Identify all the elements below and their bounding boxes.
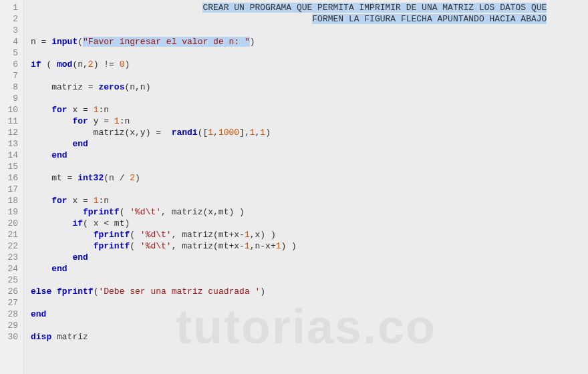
code-line[interactable]: n = input("Favor ingresar el valor de n:…	[31, 36, 588, 47]
code-line[interactable]	[31, 320, 588, 331]
line-number: 17	[3, 184, 18, 195]
line-number: 1	[3, 2, 18, 13]
line-number: 9	[3, 93, 18, 104]
code-line[interactable]	[31, 274, 588, 286]
code-line[interactable]	[31, 25, 588, 36]
line-number: 28	[3, 309, 18, 320]
line-number: 24	[3, 263, 18, 274]
line-number: 7	[3, 70, 18, 81]
code-line[interactable]: for x = 1:n	[31, 195, 588, 206]
code-line[interactable]	[31, 297, 588, 309]
line-number: 13	[3, 138, 18, 150]
code-line[interactable]	[31, 70, 588, 81]
code-area[interactable]: CREAR UN PROGRAMA QUE PERMITA IMPRIMIR D…	[24, 0, 588, 374]
line-number: 20	[3, 218, 18, 229]
code-line[interactable]	[31, 161, 588, 172]
code-line[interactable]: for x = 1:n	[31, 104, 588, 116]
code-line[interactable]	[31, 47, 588, 59]
code-line[interactable]: if ( mod(n,2) != 0)	[31, 59, 588, 70]
code-line[interactable]: fprintf( '%d\t', matriz(mt+x-1,x) )	[31, 229, 588, 240]
code-line[interactable]: else fprintf('Debe ser una matriz cuadra…	[31, 286, 588, 297]
code-line[interactable]: end	[31, 138, 588, 150]
line-number: 10	[3, 104, 18, 116]
line-number: 23	[3, 252, 18, 263]
code-line[interactable]: FORMEN LA FIGURA FLECHA APUNTANDO HACIA …	[31, 13, 588, 25]
code-line[interactable]: if( x < mt)	[31, 218, 588, 229]
line-number: 16	[3, 172, 18, 184]
code-line[interactable]: end	[31, 150, 588, 161]
code-line[interactable]: for y = 1:n	[31, 116, 588, 127]
code-line[interactable]	[31, 93, 588, 104]
highlighted-comment: FORMEN LA FIGURA FLECHA APUNTANDO HACIA …	[312, 14, 547, 24]
line-number: 5	[3, 47, 18, 59]
code-line[interactable]	[31, 184, 588, 195]
code-line[interactable]: end	[31, 263, 588, 274]
line-gutter: 1 2 3 4 5 6 7 8 9 10 11 12 13 14 15 16 1…	[0, 0, 24, 374]
line-number: 29	[3, 320, 18, 331]
line-number: 19	[3, 206, 18, 218]
code-line[interactable]: disp matriz	[31, 331, 588, 343]
highlighted-comment: CREAR UN PROGRAMA QUE PERMITA IMPRIMIR D…	[202, 3, 547, 13]
line-number: 6	[3, 59, 18, 70]
code-line[interactable]: end	[31, 309, 588, 320]
line-number: 22	[3, 240, 18, 252]
code-line[interactable]: fprintf( '%d\t', matriz(mt+x-1,n-x+1) )	[31, 240, 588, 252]
line-number: 4	[3, 36, 18, 47]
line-number: 18	[3, 195, 18, 206]
line-number: 25	[3, 274, 18, 286]
code-editor: 1 2 3 4 5 6 7 8 9 10 11 12 13 14 15 16 1…	[0, 0, 588, 374]
line-number: 12	[3, 127, 18, 138]
line-number: 2	[3, 13, 18, 25]
code-line[interactable]: mt = int32(n / 2)	[31, 172, 588, 184]
line-number: 14	[3, 150, 18, 161]
code-line[interactable]: CREAR UN PROGRAMA QUE PERMITA IMPRIMIR D…	[31, 2, 588, 13]
line-number: 3	[3, 25, 18, 36]
code-line[interactable]: matriz(x,y) = randi([1,1000],1,1)	[31, 127, 588, 138]
line-number: 26	[3, 286, 18, 297]
line-number: 11	[3, 116, 18, 127]
line-number: 8	[3, 81, 18, 93]
line-number: 30	[3, 331, 18, 343]
line-number: 21	[3, 229, 18, 240]
line-number: 27	[3, 297, 18, 309]
code-line[interactable]: matriz = zeros(n,n)	[31, 81, 588, 93]
code-line[interactable]: fprintf( '%d\t', matriz(x,mt) )	[31, 206, 588, 218]
code-line[interactable]: end	[31, 252, 588, 263]
line-number: 15	[3, 161, 18, 172]
